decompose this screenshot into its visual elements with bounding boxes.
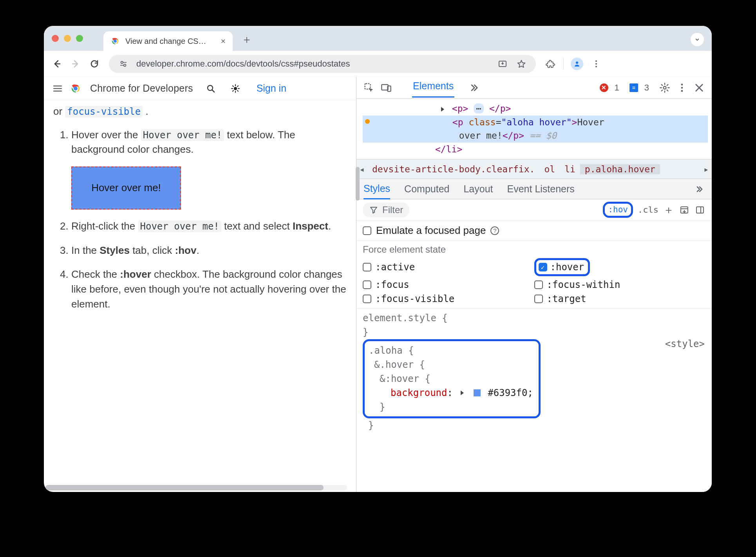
scrollbar-thumb[interactable]: [45, 485, 324, 490]
settings-icon[interactable]: [659, 82, 670, 93]
devtools-panel: Elements ✕ 1 ≡ 3 <p> ⋯ </p>: [356, 77, 712, 492]
extensions-icon[interactable]: [544, 58, 556, 70]
css-property-value[interactable]: #6393f0;: [488, 387, 533, 398]
svg-line-23: [233, 85, 233, 86]
force-target[interactable]: :target: [534, 293, 706, 304]
more-tabs-icon[interactable]: [694, 184, 705, 195]
styles-filter-bar: Filter :hov .cls ＋: [356, 199, 712, 221]
svg-point-31: [681, 83, 683, 85]
rule-origin-link[interactable]: <style>: [665, 337, 705, 351]
breadcrumb-item[interactable]: devsite-article-body.clearfix.: [367, 164, 539, 174]
window-close-button[interactable]: [52, 35, 59, 42]
dom-row[interactable]: </li>: [363, 143, 708, 156]
checkbox[interactable]: [363, 295, 371, 303]
force-focus[interactable]: :focus: [363, 279, 534, 290]
checkbox[interactable]: [534, 280, 543, 289]
force-element-state: Force element state :active ✓ :hover: [356, 241, 712, 309]
ellipsis-icon[interactable]: ⋯: [474, 103, 484, 114]
breadcrumb-item[interactable]: ol: [539, 164, 560, 174]
checkbox-checked[interactable]: ✓: [539, 263, 547, 271]
site-info-icon[interactable]: [118, 58, 129, 70]
inspect-element-icon[interactable]: [364, 82, 374, 93]
panel-tab-elements[interactable]: Elements: [412, 78, 454, 98]
dom-row-selected[interactable]: <p class="aloha hover">Hover over me!</p…: [363, 116, 708, 143]
tab-event-listeners[interactable]: Event Listeners: [507, 183, 575, 195]
cls-toggle-button[interactable]: .cls: [638, 205, 658, 215]
theme-toggle-icon[interactable]: [230, 83, 241, 94]
dom-tree[interactable]: <p> ⋯ </p> <p class="aloha hover">Hover …: [356, 99, 712, 159]
breadcrumb-item[interactable]: li: [560, 164, 580, 174]
omnibox[interactable]: developer.chrome.com/docs/devtools/css#p…: [109, 55, 536, 73]
info-icon[interactable]: ≡: [629, 83, 638, 92]
force-hover[interactable]: ✓ :hover: [534, 258, 590, 276]
svg-line-17: [212, 90, 214, 92]
pane-resize-handle[interactable]: [356, 167, 360, 201]
svg-rect-28: [382, 84, 388, 90]
step-4: Check the :hover checkbox. The backgroun…: [71, 267, 347, 311]
back-button[interactable]: [51, 58, 63, 70]
emulate-focused-checkbox[interactable]: [363, 226, 371, 235]
error-icon[interactable]: ✕: [600, 83, 608, 92]
tab-search-button[interactable]: [691, 33, 704, 46]
highlighted-rule: .aloha { &.hover { &:hover { background:…: [363, 339, 541, 418]
svg-point-32: [681, 87, 683, 89]
tab-layout[interactable]: Layout: [463, 183, 493, 195]
checkbox[interactable]: [363, 263, 371, 271]
toggle-sidebar-icon[interactable]: [695, 204, 705, 215]
hover-demo-box[interactable]: Hover over me!: [71, 166, 181, 210]
tab-styles[interactable]: Styles: [364, 183, 390, 199]
install-app-icon[interactable]: [497, 58, 508, 70]
step-1: Hover over the Hover over me! text below…: [71, 128, 347, 210]
tab-computed[interactable]: Computed: [404, 183, 449, 195]
reload-button[interactable]: [89, 58, 100, 70]
color-swatch-icon[interactable]: [474, 389, 481, 396]
search-icon[interactable]: [206, 83, 216, 94]
force-focus-visible[interactable]: :focus-visible: [363, 293, 534, 304]
bookmark-icon[interactable]: [515, 58, 527, 70]
new-style-rule-icon[interactable]: ＋: [663, 204, 674, 215]
tab-close-button[interactable]: ✕: [221, 38, 226, 45]
window-minimize-button[interactable]: [64, 35, 71, 42]
rendered-page: Chrome for Developers Sign in or focus-v…: [44, 77, 356, 492]
force-focus-within[interactable]: :focus-within: [534, 279, 706, 290]
devtools-menu-icon[interactable]: [676, 82, 687, 93]
browser-tab[interactable]: View and change CSS | Chrome ✕: [103, 31, 233, 51]
force-active[interactable]: :active: [363, 258, 534, 276]
filter-icon: [369, 205, 378, 215]
devtools-close-icon[interactable]: [694, 82, 705, 93]
chrome-logo-icon: [70, 83, 81, 94]
hamburger-icon[interactable]: [52, 83, 63, 94]
profile-avatar[interactable]: [571, 58, 583, 70]
more-tabs-icon[interactable]: [468, 82, 479, 93]
code-focus-visible: focus-visible: [65, 106, 143, 118]
sign-in-link[interactable]: Sign in: [257, 83, 286, 94]
toolbar: developer.chrome.com/docs/devtools/css#p…: [44, 51, 712, 77]
dom-row[interactable]: <p> ⋯ </p>: [363, 102, 708, 116]
svg-point-18: [234, 87, 237, 90]
force-state-label: Force element state: [363, 244, 705, 255]
svg-line-25: [233, 90, 233, 91]
svg-line-26: [237, 85, 238, 86]
article-body: or focus-visible . Hover over the Hover …: [44, 100, 356, 329]
new-tab-button[interactable]: ＋: [241, 32, 252, 47]
window-zoom-button[interactable]: [76, 35, 83, 42]
svg-point-30: [664, 86, 666, 89]
content-area: Chrome for Developers Sign in or focus-v…: [44, 77, 712, 492]
computed-styles-icon[interactable]: [679, 204, 690, 215]
checkbox[interactable]: [363, 280, 371, 289]
breadcrumb-scroll-right[interactable]: ▸: [701, 164, 712, 174]
svg-rect-38: [696, 207, 704, 213]
forward-button[interactable]: [70, 58, 81, 70]
device-toolbar-icon[interactable]: [381, 82, 392, 93]
hov-toggle-button[interactable]: :hov: [603, 202, 633, 218]
expand-shorthand-icon[interactable]: [461, 391, 464, 395]
css-rules[interactable]: element.style { } <style> .aloha { &.hov…: [356, 309, 712, 436]
hover-demo-label: Hover over me!: [91, 181, 161, 195]
checkbox[interactable]: [534, 295, 543, 303]
styles-filter-input[interactable]: Filter: [363, 203, 409, 217]
chrome-menu-icon[interactable]: [590, 58, 602, 70]
horizontal-scrollbar[interactable]: [45, 485, 347, 490]
breadcrumb-item-active[interactable]: p.aloha.hover: [580, 164, 660, 174]
css-property-name[interactable]: background: [391, 387, 447, 398]
help-icon[interactable]: ?: [490, 226, 499, 235]
